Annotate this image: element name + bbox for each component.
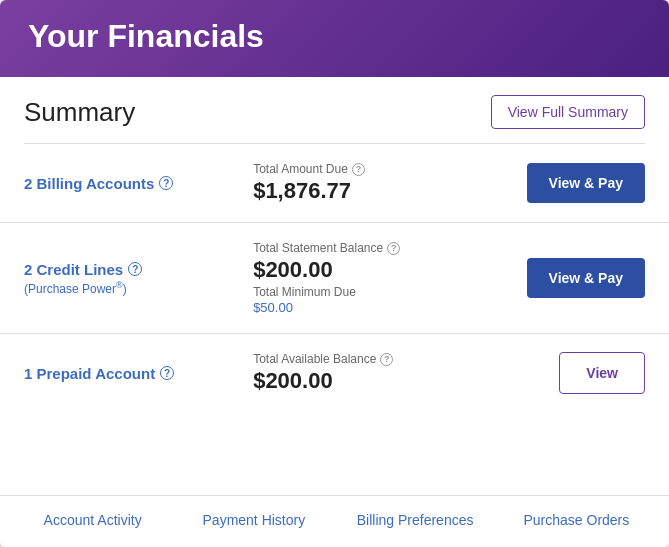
page-header: Your Financials [0, 0, 669, 77]
main-card: Summary View Full Summary 2 Billing Acco… [0, 77, 669, 547]
billing-accounts-amount-label: Total Amount Due ? [253, 162, 515, 176]
billing-accounts-row: 2 Billing Accounts ? Total Amount Due ? … [0, 144, 669, 223]
credit-lines-info-icon[interactable]: ? [128, 262, 142, 276]
page-title: Your Financials [28, 18, 641, 55]
prepaid-account-left: 1 Prepaid Account ? [24, 365, 253, 382]
credit-lines-sublabel: (Purchase Power®) [24, 280, 253, 296]
billing-accounts-pay-button[interactable]: View & Pay [527, 163, 645, 203]
spacer [0, 412, 669, 495]
prepaid-account-row: 1 Prepaid Account ? Total Available Bala… [0, 334, 669, 412]
billing-accounts-label: 2 Billing Accounts ? [24, 175, 253, 192]
prepaid-account-amount: $200.00 [253, 368, 515, 394]
view-full-summary-button[interactable]: View Full Summary [491, 95, 645, 129]
footer-tabs: Account Activity Payment History Billing… [0, 495, 669, 547]
prepaid-account-amount-info-icon[interactable]: ? [380, 353, 393, 366]
credit-lines-label: 2 Credit Lines ? [24, 261, 253, 278]
tab-purchase-orders[interactable]: Purchase Orders [496, 496, 657, 547]
credit-lines-right: View & Pay [515, 258, 645, 298]
credit-lines-amount-label: Total Statement Balance ? [253, 241, 515, 255]
credit-lines-amount: $200.00 [253, 257, 515, 283]
tab-billing-preferences[interactable]: Billing Preferences [335, 496, 496, 547]
prepaid-account-center: Total Available Balance ? $200.00 [253, 352, 515, 394]
billing-accounts-amount-info-icon[interactable]: ? [352, 163, 365, 176]
prepaid-account-label: 1 Prepaid Account ? [24, 365, 253, 382]
billing-accounts-right: View & Pay [515, 163, 645, 203]
credit-lines-amount-info-icon[interactable]: ? [387, 242, 400, 255]
billing-accounts-center: Total Amount Due ? $1,876.77 [253, 162, 515, 204]
prepaid-account-amount-label: Total Available Balance ? [253, 352, 515, 366]
tab-account-activity[interactable]: Account Activity [12, 496, 173, 547]
credit-lines-min-due-label: Total Minimum Due [253, 285, 515, 299]
credit-lines-left: 2 Credit Lines ? (Purchase Power®) [24, 261, 253, 296]
financials-container: Your Financials Summary View Full Summar… [0, 0, 669, 547]
credit-lines-center: Total Statement Balance ? $200.00 Total … [253, 241, 515, 315]
credit-lines-pay-button[interactable]: View & Pay [527, 258, 645, 298]
credit-lines-min-due-value: $50.00 [253, 300, 515, 315]
tab-payment-history[interactable]: Payment History [173, 496, 334, 547]
billing-accounts-left: 2 Billing Accounts ? [24, 175, 253, 192]
billing-accounts-info-icon[interactable]: ? [159, 176, 173, 190]
summary-header: Summary View Full Summary [0, 77, 669, 143]
prepaid-account-view-button[interactable]: View [559, 352, 645, 394]
prepaid-account-info-icon[interactable]: ? [160, 366, 174, 380]
billing-accounts-amount: $1,876.77 [253, 178, 515, 204]
credit-lines-row: 2 Credit Lines ? (Purchase Power®) Total… [0, 223, 669, 334]
summary-title: Summary [24, 97, 135, 128]
prepaid-account-right: View [515, 352, 645, 394]
